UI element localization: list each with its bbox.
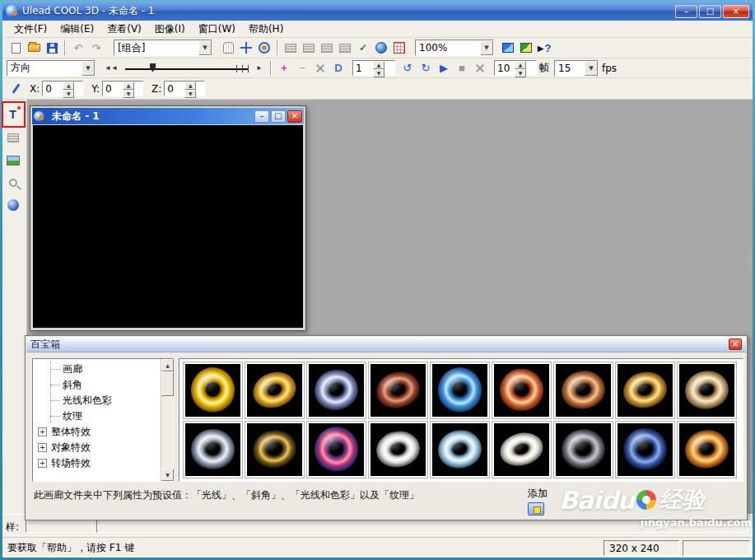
spin-up-icon[interactable]: ▲ [63,82,74,90]
palette-title-bar[interactable]: 百宝箱 × [26,337,746,352]
gallery-thumbnail[interactable] [553,362,613,419]
menu-file[interactable]: 文件(F) [7,21,54,38]
edit-text-button[interactable] [3,128,22,147]
tree-expand-icon[interactable]: + [38,427,47,436]
layer-button-1[interactable] [282,39,300,57]
redo-button[interactable]: ↷ [87,39,105,57]
sphere-object-button[interactable] [3,195,22,215]
spin-up-icon[interactable]: ▲ [184,82,196,90]
z-spinner[interactable]: 0 ▲▼ [164,81,205,96]
gallery-thumbnail[interactable] [306,421,366,478]
chevron-down-icon[interactable]: ▼ [585,61,598,76]
doc-close-button[interactable]: × [287,110,302,123]
export-animation-button[interactable] [517,39,535,57]
rotate-object-button[interactable] [255,39,273,57]
keyframe-spinner[interactable]: 1 ▲▼ [352,60,395,76]
spin-down-icon[interactable]: ▼ [373,69,384,77]
gallery-thumbnail[interactable] [553,421,613,478]
gallery-thumbnail[interactable] [368,421,428,478]
gallery-thumbnail[interactable] [492,362,552,419]
maximize-button[interactable]: □ [699,5,721,18]
group-combo[interactable]: [组合] ▼ [114,40,212,56]
menu-window[interactable]: 窗口(W) [192,21,242,38]
doc-minimize-button[interactable]: – [254,110,269,123]
palette-close-button[interactable]: × [729,338,742,350]
pan-tool-button[interactable] [219,39,237,57]
chevron-down-icon[interactable]: ▼ [480,40,493,55]
fps-combo[interactable]: 15 ▼ [554,60,599,77]
spin-down-icon[interactable]: ▼ [63,90,74,98]
menu-view[interactable]: 查看(V) [100,21,148,38]
title-bar[interactable]: Ulead COOL 3D - 未命名 - 1 – □ × [2,2,753,21]
tree-item-gallery[interactable]: 画廊 [34,362,160,377]
tree-expand-icon[interactable]: + [38,459,47,468]
add-button[interactable] [528,502,544,516]
spin-up-icon[interactable]: ▲ [515,61,526,69]
menu-help[interactable]: 帮助(H) [242,21,290,38]
export-image-button[interactable] [499,39,517,57]
gallery-thumbnail[interactable] [677,421,737,478]
stop-button[interactable]: ■ [453,59,471,77]
document-title-bar[interactable]: 未命名 - 1 – □ × [32,108,304,124]
gallery-thumbnail[interactable] [245,362,305,419]
tree-item-transition-effects[interactable]: +转场特效 [34,455,160,471]
confirm-edit-button[interactable]: ✓ [354,39,372,57]
grid-toggle-button[interactable] [390,39,408,57]
gallery-thumbnail[interactable] [245,421,305,478]
layer-button-2[interactable] [300,39,318,57]
cut-frames-button[interactable] [471,59,489,77]
menu-edit[interactable]: 编辑(E) [54,21,100,38]
tree-item-global-effects[interactable]: +整体特效 [34,424,160,440]
scroll-down-icon[interactable]: ▼ [161,469,174,481]
tree-item-bevel[interactable]: 斜角 [34,377,160,393]
tree-item-light-color[interactable]: 光线和色彩 [34,393,160,408]
direction-combo[interactable]: 方向 ▼ [7,60,96,77]
context-help-button[interactable]: ▶ ? [535,39,553,57]
spin-up-icon[interactable]: ▲ [373,61,384,69]
minimize-button[interactable]: – [675,5,697,18]
tree-expand-icon[interactable]: + [38,443,47,452]
loop-right-button[interactable]: ↻ [417,59,435,77]
render-quality-button[interactable] [372,39,390,57]
close-button[interactable]: × [723,5,749,18]
gallery-thumbnail[interactable] [306,362,366,419]
zoom-tool-button[interactable] [3,173,22,193]
gallery-thumbnail[interactable] [183,421,243,478]
tree-item-object-effects[interactable]: +对象特效 [34,440,160,455]
menu-image[interactable]: 图像(I) [148,21,192,38]
timeline-slider[interactable] [125,62,249,75]
prev-keyframe-button[interactable]: ◄◄ [100,59,122,77]
gallery-thumbnail[interactable] [677,362,737,419]
document-window[interactable]: 未命名 - 1 – □ × [30,105,306,331]
scroll-up-icon[interactable]: ▲ [161,359,174,371]
loop-left-button[interactable]: ↺ [398,59,417,77]
transform-tool-button[interactable] [7,80,25,98]
frames-spinner[interactable]: 10 ▲▼ [494,60,537,76]
skew-button[interactable] [311,59,329,77]
style-box-small[interactable] [26,519,93,533]
spin-up-icon[interactable]: ▲ [123,82,134,90]
gallery-thumbnail[interactable] [430,421,490,478]
insert-text-button[interactable]: T [3,105,22,124]
save-button[interactable] [43,39,61,57]
doc-restore-button[interactable]: □ [271,110,286,123]
chevron-down-icon[interactable]: ▼ [198,40,212,55]
spin-down-icon[interactable]: ▼ [184,90,196,98]
bevel-button[interactable]: D [329,59,347,77]
gallery-thumbnail[interactable] [430,362,490,419]
tree-item-texture[interactable]: 纹理 [34,408,160,424]
layer-button-3[interactable] [318,39,336,57]
render-canvas[interactable] [33,125,303,328]
spin-down-icon[interactable]: ▼ [123,90,134,98]
x-spinner[interactable]: 0 ▲▼ [42,81,83,96]
open-button[interactable] [25,39,43,57]
add-keyframe-button[interactable]: + [275,59,293,77]
play-button[interactable]: ▶ [435,59,453,77]
gallery-thumbnail[interactable] [183,362,243,419]
undo-button[interactable]: ↶ [69,39,87,57]
scrollbar-thumb[interactable] [161,371,174,396]
y-spinner[interactable]: 0 ▲▼ [102,81,143,96]
timeline-handle[interactable] [150,63,156,72]
style-box-wide[interactable] [96,519,748,533]
gallery-thumbnail[interactable] [492,421,552,478]
